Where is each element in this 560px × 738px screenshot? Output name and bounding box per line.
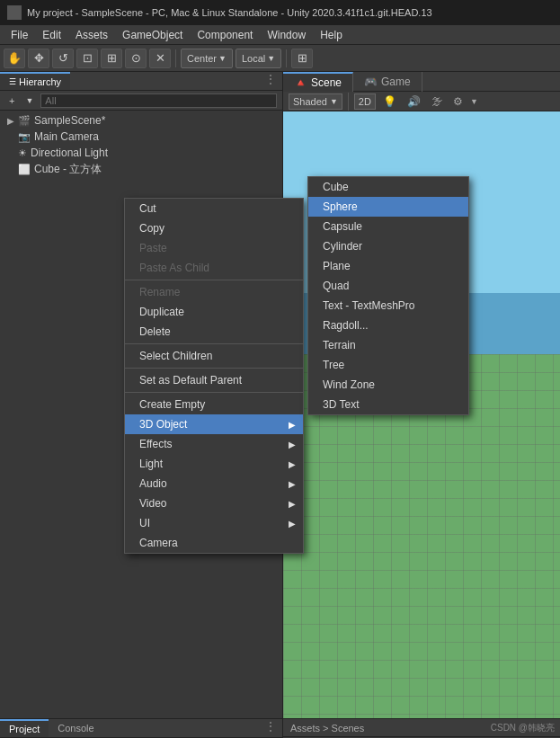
sub-wind-zone[interactable]: Wind Zone	[308, 375, 468, 395]
sub-capsule[interactable]: Capsule	[308, 217, 468, 236]
toolbar: ✋ ✥ ↺ ⊡ ⊞ ⊙ ✕ Center ▼ Local ▼ ⊞	[0, 45, 560, 72]
submenu-arrow-light: ▶	[289, 459, 296, 469]
ctx-paste-as-child: Paste As Child	[125, 258, 303, 278]
mode-2d-button[interactable]: 2D	[354, 93, 376, 110]
cube-icon: ⬜	[18, 164, 31, 175]
tool-move[interactable]: ✥	[28, 49, 49, 68]
ctx-effects[interactable]: Effects ▶	[125, 434, 303, 454]
light-icon: ☀	[18, 147, 27, 159]
sub-ragdoll[interactable]: Ragdoll...	[308, 316, 468, 335]
menu-gameobject[interactable]: GameObject	[115, 27, 190, 43]
hierarchy-tab[interactable]: ☰ Hierarchy	[0, 72, 70, 90]
hier-main-camera[interactable]: 📷 Main Camera	[0, 129, 282, 145]
center-button[interactable]: Center ▼	[181, 49, 233, 68]
hier-directional-light[interactable]: ☀ Directional Light	[0, 145, 282, 161]
sub-tree[interactable]: Tree	[308, 355, 468, 375]
ctx-duplicate[interactable]: Duplicate	[125, 302, 303, 322]
gizmos-icon[interactable]: ⚙	[449, 94, 467, 109]
sub-terrain[interactable]: Terrain	[308, 335, 468, 355]
scene-tabs: 🔺 Scene 🎮 Game	[283, 72, 560, 92]
lighting-icon[interactable]: 💡	[379, 94, 400, 109]
fx-icon[interactable]: 🌫	[428, 94, 446, 109]
ctx-sep-4	[125, 392, 303, 393]
title-text: My project - SampleScene - PC, Mac & Lin…	[27, 7, 432, 18]
submenu-3d-object: Cube Sphere Capsule Cylinder Plane Quad …	[307, 176, 469, 415]
ctx-sep-2	[125, 343, 303, 344]
context-menu: Cut Copy Paste Paste As Child Rename Dup…	[124, 198, 304, 554]
tool-rotate[interactable]: ↺	[52, 49, 74, 68]
tool-scale[interactable]: ⊡	[76, 49, 98, 68]
tool-hand[interactable]: ✋	[4, 49, 25, 68]
hier-cube[interactable]: ⬜ Cube - 立方体	[0, 161, 282, 177]
tool-rect[interactable]: ⊞	[101, 49, 122, 68]
scene-tab-game[interactable]: 🎮 Game	[353, 72, 422, 92]
grid-button[interactable]: ⊞	[291, 49, 313, 68]
shading-dropdown[interactable]: Shaded ▼	[289, 93, 342, 110]
submenu-arrow-effects: ▶	[289, 440, 296, 449]
ctx-rename: Rename	[125, 282, 303, 302]
ctx-ui[interactable]: UI ▶	[125, 513, 303, 533]
submenu-arrow-video: ▶	[289, 499, 296, 509]
sub-sphere[interactable]: Sphere	[308, 197, 468, 217]
menu-help[interactable]: Help	[313, 27, 350, 43]
ctx-audio[interactable]: Audio ▶	[125, 474, 303, 493]
hierarchy-search[interactable]	[40, 93, 277, 108]
sub-text-meshpro[interactable]: Text - TextMeshPro	[308, 296, 468, 316]
sub-plane[interactable]: Plane	[308, 256, 468, 276]
hierarchy-add-arrow[interactable]: ▼	[22, 95, 37, 106]
app-icon	[7, 5, 22, 20]
project-panel: Project Console ⋮ + ▼ ▼ ★ Favorites 🔍 Al…	[0, 719, 283, 738]
title-bar: My project - SampleScene - PC, Mac & Lin…	[0, 0, 560, 25]
hierarchy-toolbar: + ▼	[0, 91, 282, 111]
scene-toolbar: Shaded ▼ 2D 💡 🔊 🌫 ⚙ ▼	[283, 92, 560, 111]
scene-tab-scene[interactable]: 🔺 Scene	[283, 72, 353, 92]
menu-window[interactable]: Window	[260, 27, 313, 43]
sub-3d-text[interactable]: 3D Text	[308, 395, 468, 414]
ctx-create-empty[interactable]: Create Empty	[125, 395, 303, 414]
menu-bar: File Edit Assets GameObject Component Wi…	[0, 25, 560, 45]
ctx-set-default-parent[interactable]: Set as Default Parent	[125, 370, 303, 390]
hierarchy-options[interactable]: ⋮	[259, 72, 282, 90]
ctx-camera[interactable]: Camera	[125, 533, 303, 553]
local-button[interactable]: Local ▼	[236, 49, 281, 68]
scene-toolbar-sep	[348, 93, 349, 111]
scene-tab-icon: 🔺	[294, 76, 307, 89]
scene-icon: 🎬	[18, 115, 31, 127]
menu-file[interactable]: File	[4, 27, 35, 43]
project-tabs-row: Project Console ⋮	[0, 719, 282, 738]
camera-icon: 📷	[18, 131, 31, 143]
console-tab[interactable]: Console	[49, 719, 102, 737]
menu-assets[interactable]: Assets	[68, 27, 115, 43]
ctx-light[interactable]: Light ▶	[125, 454, 303, 474]
ctx-sep-1	[125, 280, 303, 280]
hier-samplescene[interactable]: ▶ 🎬 SampleScene*	[0, 112, 282, 129]
audio-icon[interactable]: 🔊	[404, 94, 424, 109]
arrow-icon: ▶	[7, 116, 14, 126]
project-options[interactable]: ⋮	[259, 719, 282, 737]
ctx-3d-object[interactable]: 3D Object ▶	[125, 414, 303, 434]
ctx-delete[interactable]: Delete	[125, 322, 303, 342]
ctx-select-children[interactable]: Select Children	[125, 346, 303, 366]
watermark: CSDN @韩晓亮	[491, 722, 555, 734]
submenu-arrow-audio: ▶	[289, 479, 296, 489]
tool-transform[interactable]: ⊙	[125, 49, 147, 68]
toolbar-sep-2	[286, 49, 287, 67]
project-tab[interactable]: Project	[0, 719, 49, 737]
ctx-sep-3	[125, 368, 303, 369]
tool-custom[interactable]: ✕	[149, 49, 171, 68]
submenu-arrow-ui: ▶	[289, 519, 296, 529]
menu-edit[interactable]: Edit	[35, 27, 68, 43]
ctx-paste: Paste	[125, 238, 303, 258]
sub-cylinder[interactable]: Cylinder	[308, 236, 468, 256]
bottom-panels: Project Console ⋮ + ▼ ▼ ★ Favorites 🔍 Al…	[0, 718, 560, 738]
ctx-video[interactable]: Video ▶	[125, 493, 303, 513]
sub-quad[interactable]: Quad	[308, 276, 468, 296]
hierarchy-add-btn[interactable]: +	[5, 94, 18, 107]
menu-component[interactable]: Component	[190, 27, 260, 43]
sub-cube[interactable]: Cube	[308, 177, 468, 197]
hierarchy-tabs-row: ☰ Hierarchy ⋮	[0, 72, 282, 91]
ctx-cut[interactable]: Cut	[125, 199, 303, 218]
toolbar-sep-1	[175, 49, 176, 67]
ctx-copy[interactable]: Copy	[125, 218, 303, 238]
submenu-arrow-3d: ▶	[289, 420, 296, 430]
